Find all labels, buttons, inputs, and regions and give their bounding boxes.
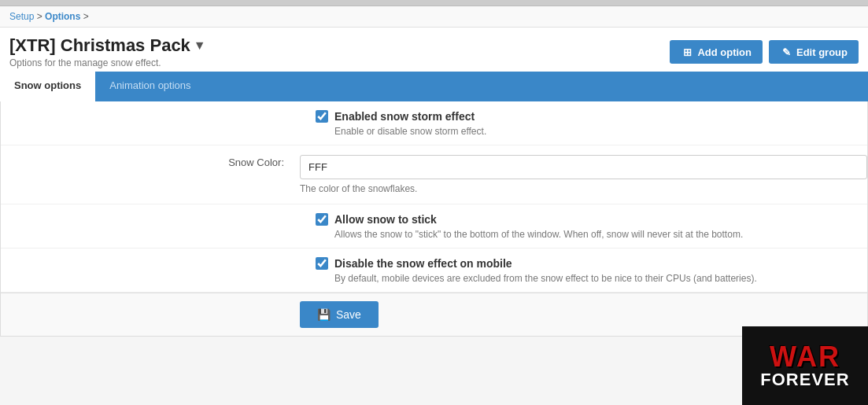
- row-snow-color: Snow Color: The color of the snowflakes.: [1, 145, 867, 204]
- breadcrumb-options: Options: [45, 11, 80, 22]
- checkbox2-text: Allow snow to stick: [334, 213, 437, 226]
- edit-group-label: Edit group: [796, 46, 848, 58]
- save-bar: 💾 Save: [1, 293, 867, 336]
- checkbox1-title: Enabled snow storm effect: [316, 109, 486, 123]
- save-button[interactable]: 💾 Save: [300, 301, 379, 328]
- add-option-button[interactable]: ⊞ Add option: [670, 40, 763, 64]
- page-header: [XTR] Christmas Pack ▼ Options for the m…: [0, 28, 868, 72]
- add-option-label: Add option: [697, 46, 752, 58]
- checkbox3-area: Disable the snow effect on mobile By def…: [316, 256, 757, 284]
- page-subtitle: Options for the manage snow effect.: [9, 57, 206, 68]
- row-disable-mobile: Disable the snow effect on mobile By def…: [1, 249, 867, 293]
- breadcrumb-sep2: >: [83, 11, 89, 22]
- breadcrumb-setup[interactable]: Setup: [9, 11, 34, 22]
- add-option-icon: ⊞: [681, 46, 693, 58]
- checkbox3-text: Disable the snow effect on mobile: [334, 257, 512, 270]
- checkbox-snow-stick[interactable]: [316, 213, 328, 226]
- checkbox2-area: Allow snow to stick Allows the snow to "…: [316, 212, 743, 240]
- checkbox1-desc: Enable or disable snow storm effect.: [334, 126, 486, 137]
- checkbox3-title: Disable the snow effect on mobile: [316, 256, 757, 270]
- watermark-forever: FOREVER: [760, 371, 849, 388]
- row-enabled-snow: Enabled snow storm effect Enable or disa…: [1, 101, 867, 145]
- page-title-text: [XTR] Christmas Pack: [9, 35, 190, 56]
- watermark-war: WAR: [770, 343, 840, 371]
- breadcrumb: Setup > Options >: [0, 6, 868, 28]
- breadcrumb-sep1: >: [37, 11, 45, 22]
- page-title: [XTR] Christmas Pack ▼: [9, 35, 206, 56]
- save-icon: 💾: [317, 308, 331, 321]
- snow-color-input[interactable]: [300, 155, 867, 179]
- tabs-bar: Snow options Animation options: [0, 72, 868, 101]
- tab-animation-options[interactable]: Animation options: [95, 72, 205, 101]
- checkbox1-text: Enabled snow storm effect: [334, 110, 475, 123]
- edit-group-icon: ✎: [780, 46, 792, 58]
- title-dropdown-icon[interactable]: ▼: [194, 39, 206, 53]
- watermark: WAR FOREVER: [742, 326, 868, 405]
- edit-group-button[interactable]: ✎ Edit group: [769, 40, 859, 64]
- snow-color-label: Snow Color:: [1, 155, 300, 168]
- snow-color-desc: The color of the snowflakes.: [300, 183, 867, 194]
- checkbox-enabled-snow[interactable]: [316, 110, 328, 123]
- content-area: Enabled snow storm effect Enable or disa…: [0, 101, 868, 337]
- title-area: [XTR] Christmas Pack ▼ Options for the m…: [9, 35, 206, 68]
- checkbox2-desc: Allows the snow to "stick" to the bottom…: [334, 229, 743, 240]
- checkbox2-title: Allow snow to stick: [316, 212, 743, 226]
- checkbox-disable-mobile[interactable]: [316, 257, 328, 270]
- save-label: Save: [336, 308, 361, 321]
- top-bar: [0, 0, 868, 6]
- tab-snow-options[interactable]: Snow options: [0, 72, 95, 101]
- checkbox1-area: Enabled snow storm effect Enable or disa…: [316, 109, 486, 137]
- header-buttons: ⊞ Add option ✎ Edit group: [670, 40, 859, 64]
- snow-color-control: The color of the snowflakes.: [300, 155, 867, 194]
- checkbox3-desc: By default, mobile devices are excluded …: [334, 273, 757, 284]
- row-snow-stick: Allow snow to stick Allows the snow to "…: [1, 204, 867, 249]
